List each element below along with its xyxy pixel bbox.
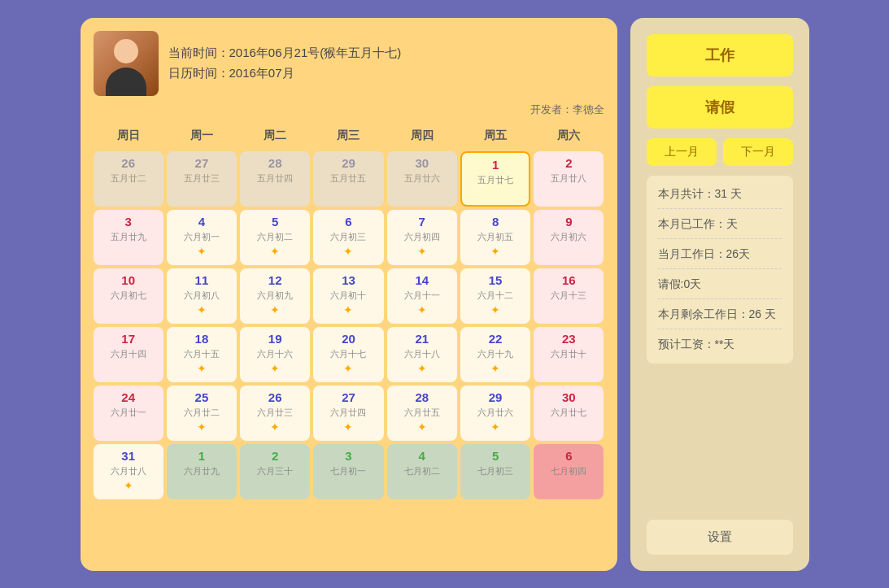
lunar-date: 七月初二 [404,465,440,477]
calendar-cell[interactable]: 26六月廿三✦ [240,385,310,441]
calendar-cell[interactable]: 2五月廿八 [534,151,604,207]
calendar-cell[interactable]: 14六月十一✦ [387,268,457,324]
work-star-icon: ✦ [417,245,427,258]
settings-button[interactable]: 设置 [647,520,793,555]
calendar-cell[interactable]: 26五月廿二 [94,151,163,207]
work-star-icon: ✦ [417,420,427,433]
calendar-cell[interactable]: 6七月初四 [534,444,604,499]
calendar-cell[interactable]: 25六月廿二✦ [167,385,237,441]
day-number: 29 [489,390,503,405]
day-number: 5 [492,449,499,464]
calendar-cell[interactable]: 23六月廿十 [534,327,604,382]
work-star-icon: ✦ [417,362,427,375]
calendar-cell[interactable]: 18六月十五✦ [167,327,237,382]
calendar-cell[interactable]: 3五月廿九 [94,210,163,265]
day-number: 10 [121,273,135,288]
work-star-icon: ✦ [124,479,133,492]
calendar-cell[interactable]: 13六月初十✦ [313,268,383,324]
lunar-date: 七月初四 [551,465,586,477]
day-number: 27 [195,156,209,171]
calendar-cell[interactable]: 16六月十三 [534,268,604,324]
calendar-cell[interactable]: 28五月廿四 [240,151,310,207]
day-number: 11 [195,273,209,288]
leave-button[interactable]: 请假 [647,86,793,128]
total-days-stat: 本月共计：31 天 [658,187,782,209]
calendar-cell[interactable]: 1六月廿九 [167,444,237,499]
work-star-icon: ✦ [490,420,500,433]
calendar-cell[interactable]: 29六月廿六✦ [460,385,530,441]
work-star-icon: ✦ [490,362,500,375]
calendar-cell[interactable]: 6六月初三✦ [313,210,383,265]
next-month-button[interactable]: 下一月 [723,138,793,166]
calendar-cell[interactable]: 28六月廿五✦ [387,385,457,441]
work-star-icon: ✦ [270,362,280,375]
lunar-date: 六月十四 [111,348,146,360]
calendar-cell[interactable]: 27五月廿三 [167,151,237,207]
day-number: 6 [565,449,572,464]
lunar-date: 六月十八 [404,348,440,360]
work-star-icon: ✦ [270,303,280,316]
day-number: 3 [345,449,351,464]
calendar-cell[interactable]: 7六月初四✦ [387,210,457,265]
calendar-cell[interactable]: 29五月廿五 [313,151,383,207]
calendar-cell[interactable]: 10六月初七 [94,268,163,324]
prev-month-button[interactable]: 上一月 [647,138,717,166]
calendar-cell[interactable]: 20六月十七✦ [313,327,383,382]
calendar-cell[interactable]: 8六月初五✦ [460,210,530,265]
calendar-cell[interactable]: 30六月廿七 [534,385,604,441]
day-number: 17 [121,332,135,346]
calendar-cell[interactable]: 22六月十九✦ [460,327,530,382]
calendar-cell[interactable]: 4六月初一✦ [167,210,237,265]
day-number: 30 [415,156,429,171]
day-number: 27 [342,390,355,405]
day-number: 28 [415,390,429,405]
calendar-cell[interactable]: 12六月初九✦ [240,268,310,324]
calendar-cell[interactable]: 11六月初八✦ [167,268,237,324]
work-button[interactable]: 工作 [647,34,793,76]
day-number: 12 [268,273,282,288]
calendar-cell[interactable]: 21六月十八✦ [387,327,457,382]
lunar-date: 六月三十 [257,465,293,477]
calendar-cell[interactable]: 24六月廿一 [94,385,163,441]
calendar-cell[interactable]: 9六月初六 [534,210,604,265]
day-number: 26 [268,390,282,405]
lunar-date: 五月廿六 [404,172,440,185]
day-number: 14 [415,273,429,288]
lunar-date: 六月十五 [184,348,220,360]
lunar-date: 六月廿九 [184,465,220,477]
work-star-icon: ✦ [270,245,280,258]
calendar-cell[interactable]: 19六月十六✦ [240,327,310,382]
work-star-icon: ✦ [343,420,353,433]
calendar-cell[interactable]: 5七月初三 [460,444,530,499]
day-header-thu: 周四 [387,124,457,148]
day-number: 2 [272,449,278,464]
leave-days-stat: 请假:0天 [658,277,782,299]
current-time: 当前时间：2016年06月21号(猴年五月十七) [168,46,604,61]
day-number: 30 [562,390,576,405]
work-star-icon: ✦ [343,303,353,316]
calendar-time: 日历时间：2016年07月 [168,66,604,81]
calendar-cell[interactable]: 30五月廿六 [387,151,457,207]
calendar-cell[interactable]: 27六月廿四✦ [313,385,383,441]
day-header-sat: 周六 [534,124,604,148]
calendar-cell[interactable]: 31六月廿八✦ [94,444,163,499]
day-header-fri: 周五 [460,124,530,148]
calendar-cell[interactable]: 2六月三十 [240,444,310,499]
day-number: 26 [121,156,135,171]
calendar-cell[interactable]: 15六月十二✦ [460,268,530,324]
calendar-cell[interactable]: 3七月初一 [313,444,383,499]
work-days-stat: 当月工作日：26天 [658,247,782,269]
work-star-icon: ✦ [197,303,207,316]
calendar-cell[interactable]: 1五月廿七 [460,151,530,207]
calendar-cell[interactable]: 17六月十四 [94,327,163,382]
lunar-date: 六月廿八 [111,465,146,477]
lunar-date: 六月廿一 [111,407,146,419]
stats-panel: 本月共计：31 天 本月已工作：天 当月工作日：26天 请假:0天 本月剩余工作… [647,176,793,364]
day-number: 31 [121,449,135,464]
day-number: 4 [419,449,425,464]
lunar-date: 六月初十 [330,290,366,302]
work-star-icon: ✦ [490,303,500,316]
calendar-cell[interactable]: 5六月初二✦ [240,210,310,265]
calendar-cell[interactable]: 4七月初二 [387,444,457,499]
lunar-date: 五月廿三 [184,172,220,185]
